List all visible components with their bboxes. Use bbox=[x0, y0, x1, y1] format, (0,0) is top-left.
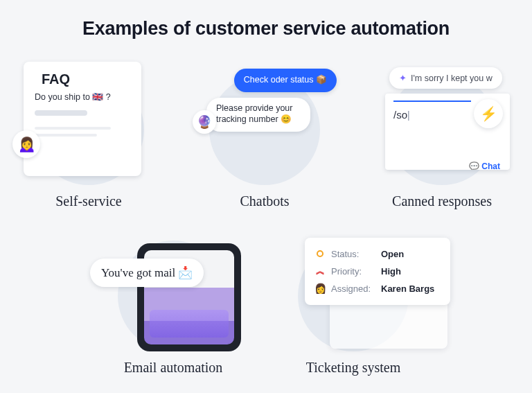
examples-grid: FAQ Do you ship to 🇬🇧 ? 🙍‍♀️ Self-servic… bbox=[0, 40, 532, 386]
faq-placeholder-line bbox=[35, 134, 97, 137]
faq-placeholder-line bbox=[35, 127, 111, 130]
priority-high-icon: ︽ bbox=[314, 265, 326, 277]
page-title: Examples of customer service automation bbox=[0, 0, 532, 40]
chat-tag: Chat bbox=[469, 161, 500, 170]
email-notification-pill: You've got mail 📩 bbox=[90, 259, 204, 287]
ticket-row-priority: ︽ Priority: High bbox=[314, 262, 441, 280]
canned-suggestion-text: I'm sorry I kept you w bbox=[411, 73, 493, 83]
input-underline bbox=[393, 101, 471, 102]
cell-self-service: FAQ Do you ship to 🇬🇧 ? 🙍‍♀️ Self-servic… bbox=[12, 74, 165, 209]
faq-placeholder-line bbox=[35, 110, 87, 116]
faq-question: Do you ship to 🇬🇧 ? bbox=[35, 91, 130, 102]
ticket-field-value: Karen Bargs bbox=[381, 283, 434, 294]
ticket-field-value: Open bbox=[381, 249, 404, 259]
cell-label: Ticketing system bbox=[277, 360, 429, 376]
ticket-card: Status: Open ︽ Priority: High 👩 Assigned… bbox=[305, 238, 450, 305]
cell-email-automation: You've got mail 📩 Email automation bbox=[97, 241, 249, 376]
customer-avatar-icon: 🙍‍♀️ bbox=[12, 130, 40, 158]
canned-suggestion-pill: ✦I'm sorry I kept you w bbox=[389, 67, 502, 89]
cell-canned-responses: ✦I'm sorry I kept you w /so| Chat ⚡ Cann… bbox=[366, 74, 518, 209]
cell-label: Email automation bbox=[97, 360, 249, 376]
sparkle-icon: ✦ bbox=[399, 73, 407, 83]
ticket-row-assigned: 👩 Assigned: Karen Bargs bbox=[314, 280, 441, 297]
ticket-field-label: Status: bbox=[331, 249, 375, 259]
assignee-avatar-icon: 👩 bbox=[314, 283, 326, 294]
status-open-icon bbox=[314, 249, 326, 259]
cell-ticketing-system: Status: Open ︽ Priority: High 👩 Assigned… bbox=[277, 241, 429, 376]
ticket-field-label: Priority: bbox=[331, 266, 375, 277]
illustration-circle: Status: Open ︽ Priority: High 👩 Assigned… bbox=[298, 241, 409, 351]
ticket-card-shadow bbox=[330, 300, 447, 349]
cell-chatbots: Check oder status 📦 Please provide your … bbox=[188, 74, 341, 209]
cell-label: Self-service bbox=[12, 193, 165, 209]
chat-bubble-user: Check oder status 📦 bbox=[234, 69, 337, 92]
cell-label: Chatbots bbox=[188, 193, 341, 209]
cell-label: Canned responses bbox=[366, 193, 518, 209]
ticket-row-status: Status: Open bbox=[314, 246, 441, 262]
ticket-field-value: High bbox=[381, 266, 401, 277]
chat-bubble-bot: Please provide your tracking number 😊 bbox=[206, 98, 310, 132]
illustration-circle: ✦I'm sorry I kept you w /so| Chat ⚡ bbox=[387, 74, 497, 185]
text-caret: | bbox=[407, 110, 410, 121]
slash-command-text: /so bbox=[393, 109, 407, 121]
illustration-circle: You've got mail 📩 bbox=[118, 241, 229, 351]
ticket-field-label: Assigned: bbox=[331, 283, 375, 294]
lightning-icon: ⚡ bbox=[474, 99, 503, 128]
faq-sheet: FAQ Do you ship to 🇬🇧 ? 🙍‍♀️ bbox=[24, 62, 141, 176]
illustration-circle: Check oder status 📦 Please provide your … bbox=[209, 74, 320, 185]
illustration-circle: FAQ Do you ship to 🇬🇧 ? 🙍‍♀️ bbox=[33, 74, 144, 185]
bot-avatar-icon: 🔮 bbox=[193, 110, 216, 134]
faq-heading: FAQ bbox=[42, 71, 130, 87]
